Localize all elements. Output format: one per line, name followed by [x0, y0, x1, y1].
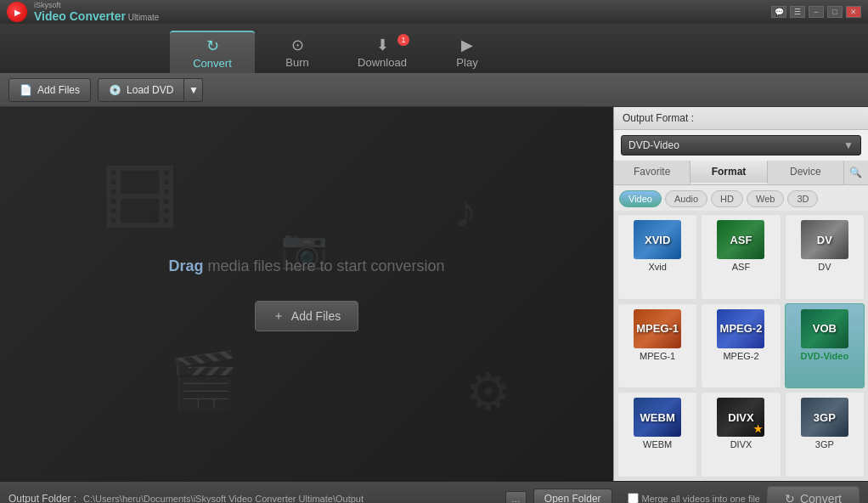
- format-item-asf[interactable]: ASFASF: [701, 214, 781, 300]
- format-item-mpeg2[interactable]: MPEG-2MPEG-2: [701, 303, 781, 389]
- output-folder-label: Output Folder :: [8, 493, 76, 504]
- format-thumb-webm: WEBM: [634, 398, 681, 437]
- app-logo-area: iSkysoft Video Converter Ultimate: [0, 0, 170, 24]
- sub-tab-hd[interactable]: HD: [711, 190, 743, 207]
- dvd-icon: 💿: [109, 84, 121, 96]
- favorite-tab-label: Favorite: [634, 166, 670, 178]
- tab-play-label: Play: [456, 56, 477, 69]
- window-controls: 💬 ☰ − □ ✕: [771, 6, 861, 18]
- format-label-webm: WEBM: [643, 439, 672, 449]
- output-path: C:\Users\heru\Documents\iSkysoft Video C…: [83, 494, 499, 504]
- format-label-xvid: Xvid: [648, 262, 666, 272]
- sub-tab-3d[interactable]: 3D: [787, 190, 818, 207]
- format-search-button[interactable]: 🔍: [844, 161, 868, 184]
- tab-convert-label: Convert: [193, 57, 232, 70]
- convert-button[interactable]: ↻ Convert: [767, 486, 860, 504]
- tab-burn[interactable]: ⊙ Burn: [255, 31, 340, 73]
- format-label-3gp: 3GP: [815, 439, 834, 449]
- drop-text-rest: media files here to start conversion: [203, 257, 444, 274]
- load-dvd-button[interactable]: 💿 Load DVD: [98, 78, 184, 102]
- publisher-label: iSkysoft: [34, 1, 159, 9]
- minimize-button[interactable]: −: [809, 6, 824, 18]
- add-files-center-label: Add Files: [291, 309, 341, 323]
- drop-zone: 🎞 ♪ 🎬 ⚙ 📷 Drag media files here to start…: [0, 107, 613, 481]
- merge-checkbox[interactable]: [628, 493, 639, 503]
- tab-device[interactable]: Device: [768, 161, 844, 184]
- format-tabs: Favorite Format Device 🔍: [614, 161, 868, 185]
- format-thumb-3gp: 3GP: [801, 398, 848, 437]
- format-thumb-vob: VOB: [801, 309, 848, 348]
- sub-tab-web[interactable]: Web: [747, 190, 784, 207]
- sub-tab-audio[interactable]: Audio: [665, 190, 707, 207]
- chat-button[interactable]: 💬: [771, 6, 786, 18]
- merge-label: Merge all videos into one file: [642, 494, 760, 504]
- format-item-divx[interactable]: DIVX★DIVX: [701, 392, 781, 478]
- maximize-button[interactable]: □: [827, 6, 843, 18]
- sub-tabs: Video Audio HD Web 3D: [614, 185, 868, 211]
- deco-icons: 🎞 ♪ 🎬 ⚙ 📷: [0, 107, 613, 481]
- format-label-divx: DIVX: [730, 439, 752, 449]
- browse-path-button[interactable]: …: [505, 491, 527, 504]
- tab-download-label: Download: [358, 56, 407, 69]
- format-item-3gp[interactable]: 3GP3GP: [785, 392, 865, 478]
- add-files-center-button[interactable]: ＋ Add Files: [255, 301, 358, 331]
- sub-tab-video[interactable]: Video: [619, 190, 662, 207]
- thumb-label-webm: WEBM: [640, 411, 675, 424]
- right-panel: Output Format : DVD-Video ▼ Favorite For…: [613, 107, 868, 481]
- format-thumb-divx: DIVX★: [717, 398, 764, 437]
- open-folder-label: Open Folder: [544, 493, 601, 504]
- format-thumb-dv: DV: [801, 220, 848, 259]
- format-tab-label: Format: [712, 166, 747, 178]
- thumb-label-3gp: 3GP: [814, 411, 836, 424]
- app-title: iSkysoft Video Converter Ultimate: [34, 1, 159, 23]
- app-name: Video Converter: [34, 9, 126, 23]
- format-label-mpeg2: MPEG-2: [723, 351, 758, 361]
- video-sub-label: Video: [628, 194, 652, 204]
- nav-tabs: ↻ Convert ⊙ Burn ⬇ Download 1 ▶ Play: [0, 24, 868, 73]
- gear-deco: ⚙: [465, 362, 511, 421]
- thumb-label-dv: DV: [817, 234, 832, 246]
- menu-button[interactable]: ☰: [790, 6, 805, 18]
- play-icon: ▶: [461, 36, 473, 54]
- burn-icon: ⊙: [291, 36, 304, 54]
- thumb-label-vob: VOB: [813, 322, 837, 335]
- tab-download[interactable]: ⬇ Download 1: [340, 31, 425, 73]
- format-label-mpeg1: MPEG-1: [640, 351, 675, 361]
- download-badge: 1: [397, 34, 409, 46]
- format-item-vob[interactable]: VOBDVD-Video: [785, 303, 865, 389]
- tab-format[interactable]: Format: [690, 161, 767, 184]
- tab-favorite[interactable]: Favorite: [614, 161, 690, 184]
- format-item-webm[interactable]: WEBMWEBM: [617, 392, 697, 478]
- dropdown-arrow: ▼: [843, 139, 854, 151]
- tab-convert[interactable]: ↻ Convert: [170, 31, 255, 73]
- format-item-xvid[interactable]: XVIDXvid: [617, 214, 697, 300]
- format-item-dv[interactable]: DVDV: [785, 214, 865, 300]
- load-dvd-group: 💿 Load DVD ▼: [98, 78, 203, 102]
- format-thumb-xvid: XVID: [634, 220, 681, 259]
- open-folder-button[interactable]: Open Folder: [533, 489, 612, 504]
- add-files-button[interactable]: 📄 Add Files: [8, 78, 91, 102]
- close-button[interactable]: ✕: [846, 6, 861, 18]
- format-item-mpeg1[interactable]: MPEG-1MPEG-1: [617, 303, 697, 389]
- 3d-sub-label: 3D: [797, 194, 809, 204]
- thumb-label-mpeg1: MPEG-1: [636, 322, 679, 335]
- title-bar: iSkysoft Video Converter Ultimate 💬 ☰ − …: [0, 0, 868, 24]
- load-dvd-label: Load DVD: [127, 84, 173, 96]
- drop-text: Drag media files here to start conversio…: [168, 257, 444, 275]
- format-label-vob: DVD-Video: [801, 351, 849, 361]
- format-thumb-asf: ASF: [717, 220, 764, 259]
- reel-deco: 🎬: [170, 348, 239, 413]
- merge-checkbox-area[interactable]: Merge all videos into one file: [628, 493, 760, 503]
- load-dvd-dropdown[interactable]: ▼: [184, 78, 203, 102]
- tab-play[interactable]: ▶ Play: [425, 31, 510, 73]
- thumb-label-asf: ASF: [730, 234, 752, 246]
- app-edition: Ultimate: [128, 13, 160, 22]
- audio-sub-label: Audio: [674, 194, 698, 204]
- tab-burn-label: Burn: [285, 56, 308, 69]
- format-dropdown[interactable]: DVD-Video ▼: [621, 135, 861, 155]
- format-thumb-mpeg1: MPEG-1: [634, 309, 681, 348]
- hd-sub-label: HD: [720, 194, 734, 204]
- web-sub-label: Web: [756, 194, 775, 204]
- drag-text: Drag: [168, 257, 203, 274]
- selected-format: DVD-Video: [628, 139, 679, 151]
